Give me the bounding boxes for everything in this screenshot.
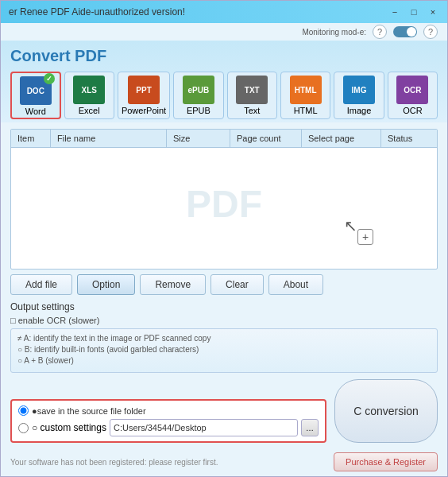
- file-table: Item File name Size Page count Select pa…: [10, 129, 438, 270]
- col-selectpage: Select page: [302, 130, 381, 147]
- tool-word[interactable]: DOC ✓ Word: [10, 72, 61, 119]
- img-icon: IMG: [343, 76, 375, 104]
- col-pagecount: Page count: [230, 130, 302, 147]
- tool-img-label: Image: [347, 106, 372, 115]
- pdf-watermark: PDF: [186, 182, 262, 226]
- check-badge: ✓: [44, 73, 55, 84]
- minimize-button[interactable]: −: [388, 6, 401, 18]
- save-settings: ●save in the source file folder ○ custom…: [10, 399, 326, 443]
- remove-button[interactable]: Remove: [140, 274, 206, 295]
- col-filename: File name: [51, 130, 167, 147]
- tool-txt[interactable]: TXT Text: [227, 72, 277, 119]
- hint-c: ○ A + B (slower): [17, 356, 431, 365]
- col-item: Item: [11, 130, 51, 147]
- tool-word-label: Word: [25, 107, 46, 116]
- convert-button[interactable]: C conversion: [334, 379, 438, 443]
- option-button[interactable]: Option: [77, 274, 135, 295]
- window-title: er Renee PDF Aide-unauthorized version!: [9, 6, 185, 17]
- tool-image[interactable]: IMG Image: [334, 72, 384, 119]
- ocr-checkbox-row: □ enable OCR (slower): [10, 316, 438, 325]
- html-icon: HTML: [290, 76, 322, 104]
- hint-b: ○ B: identify built-in fonts (avoid garb…: [17, 345, 431, 354]
- main-content: Item File name Size Page count Select pa…: [1, 122, 447, 449]
- tool-ocr[interactable]: OCR OCR: [388, 72, 438, 119]
- table-body: PDF ↖ +: [11, 148, 437, 259]
- tool-epub[interactable]: ePUB EPUB: [173, 72, 223, 119]
- ppt-icon: PPT: [128, 76, 160, 104]
- ocr-icon: OCR: [396, 76, 428, 104]
- output-settings: Output settings □ enable OCR (slower) ≠ …: [10, 301, 438, 373]
- toolbar: DOC ✓ Word XLS Excel PPT PowerPoint ePUB…: [10, 72, 438, 122]
- monitoring-bar: Monitoring mod-e: ? ?: [1, 23, 447, 41]
- main-window: er Renee PDF Aide-unauthorized version! …: [0, 0, 448, 477]
- cursor-icon: ↖: [344, 216, 357, 235]
- tool-html[interactable]: HTML HTML: [280, 72, 330, 119]
- restore-button[interactable]: □: [407, 6, 420, 18]
- tool-ppt-label: PowerPoint: [122, 106, 166, 115]
- tool-txt-label: Text: [244, 106, 260, 115]
- ocr-label-text: □ enable OCR (slower): [10, 316, 99, 325]
- about-button[interactable]: About: [268, 274, 323, 295]
- save-custom-row: ○ custom settings …: [18, 419, 319, 436]
- hint-a: ≠ A: identify the text in the image or P…: [17, 334, 431, 343]
- col-size: Size: [167, 130, 230, 147]
- save-custom-label: ○ custom settings: [32, 422, 106, 433]
- word-icon: DOC ✓: [20, 76, 52, 105]
- help-button-1[interactable]: ?: [373, 25, 387, 39]
- custom-path-input[interactable]: [110, 419, 298, 436]
- clear-button[interactable]: Clear: [210, 274, 264, 295]
- table-header: Item File name Size Page count Select pa…: [11, 130, 437, 148]
- monitoring-toggle[interactable]: [393, 26, 417, 37]
- toggle-knob: [407, 27, 416, 37]
- title-bar: er Renee PDF Aide-unauthorized version! …: [1, 1, 447, 23]
- save-source-radio[interactable]: [18, 405, 29, 416]
- convert-button-wrapper: C conversion: [334, 379, 438, 443]
- tool-ocr-label: OCR: [403, 106, 422, 115]
- tool-epub-label: EPUB: [187, 106, 210, 115]
- app-title: Convert PDF: [10, 47, 438, 65]
- plus-button[interactable]: +: [357, 229, 373, 245]
- action-bar: Add file Option Remove Clear About: [10, 274, 438, 295]
- add-file-button[interactable]: Add file: [10, 274, 72, 295]
- col-status: Status: [381, 130, 437, 147]
- close-button[interactable]: ×: [427, 6, 439, 18]
- tool-powerpoint[interactable]: PPT PowerPoint: [118, 72, 170, 119]
- purchase-button[interactable]: Purchase & Register: [334, 452, 438, 471]
- tool-html-label: HTML: [294, 106, 318, 115]
- help-button-2[interactable]: ?: [423, 25, 438, 39]
- tool-excel-label: Excel: [79, 106, 100, 115]
- ocr-hints-box: ≠ A: identify the text in the image or P…: [10, 328, 438, 373]
- save-source-label: ●save in the source file folder: [32, 406, 146, 416]
- app-header: Convert PDF DOC ✓ Word XLS Excel PPT Pow…: [1, 41, 447, 122]
- save-source-row: ●save in the source file folder: [18, 405, 319, 416]
- tool-excel[interactable]: XLS Excel: [64, 72, 114, 119]
- footer: Your software has not been registered: p…: [1, 449, 447, 476]
- save-options-box: ●save in the source file folder ○ custom…: [10, 399, 326, 443]
- footer-text: Your software has not been registered: p…: [10, 458, 218, 467]
- txt-icon: TXT: [236, 76, 268, 104]
- output-title: Output settings: [10, 301, 438, 312]
- excel-icon: XLS: [73, 76, 105, 104]
- monitoring-label: Monitoring mod-e:: [302, 28, 366, 37]
- epub-icon: ePUB: [183, 76, 214, 104]
- browse-button[interactable]: …: [301, 419, 319, 436]
- window-controls: − □ ×: [388, 6, 439, 18]
- save-custom-radio[interactable]: [18, 423, 29, 433]
- bottom-row: ●save in the source file folder ○ custom…: [10, 379, 438, 443]
